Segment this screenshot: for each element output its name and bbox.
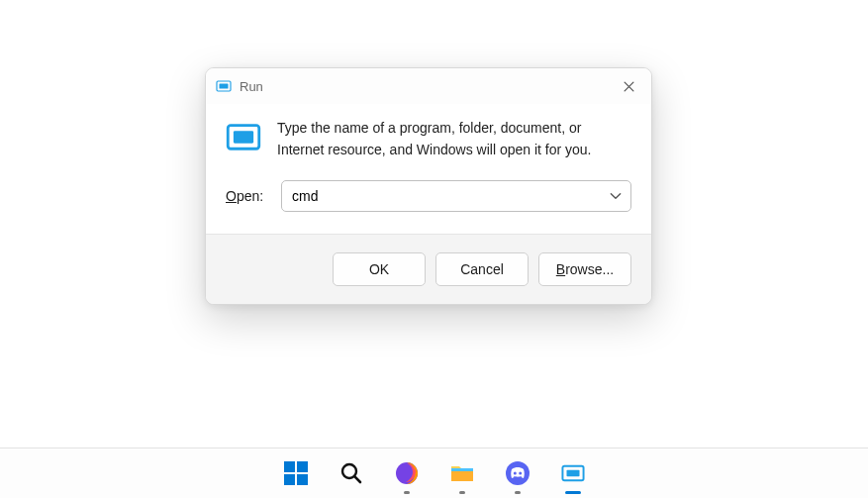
close-button[interactable]: [606, 68, 651, 104]
open-combobox[interactable]: [281, 180, 631, 212]
start-button[interactable]: [275, 452, 317, 494]
description-text: Type the name of a program, folder, docu…: [277, 118, 631, 160]
svg-rect-1: [220, 84, 229, 89]
title-text: Run: [240, 79, 606, 94]
run-icon: [216, 78, 232, 94]
svg-rect-16: [566, 470, 579, 477]
taskbar-run[interactable]: [552, 452, 594, 494]
svg-point-13: [513, 472, 516, 475]
taskbar-file-explorer[interactable]: [441, 452, 483, 494]
cancel-button[interactable]: Cancel: [435, 252, 529, 286]
chevron-down-icon[interactable]: [609, 189, 623, 203]
taskbar: [0, 448, 868, 498]
run-icon: [560, 460, 586, 486]
svg-rect-6: [284, 474, 295, 485]
ok-button[interactable]: OK: [333, 252, 426, 286]
titlebar[interactable]: Run: [206, 68, 651, 104]
taskbar-indicator: [404, 491, 410, 494]
taskbar-discord[interactable]: [497, 452, 538, 494]
open-input[interactable]: [292, 188, 609, 204]
taskbar-indicator: [515, 491, 521, 494]
browse-button[interactable]: Browse...: [538, 252, 631, 286]
windows-icon: [283, 460, 309, 486]
run-icon-large: [226, 120, 261, 155]
firefox-icon: [394, 460, 420, 486]
search-button[interactable]: [331, 452, 372, 494]
svg-rect-7: [297, 474, 308, 485]
search-icon: [339, 461, 363, 485]
svg-rect-3: [234, 131, 253, 143]
folder-icon: [449, 460, 475, 486]
open-label: Open:: [226, 188, 269, 204]
discord-icon: [505, 460, 530, 486]
svg-rect-5: [297, 461, 308, 472]
dialog-body: Type the name of a program, folder, docu…: [206, 104, 651, 234]
taskbar-indicator: [459, 491, 465, 494]
svg-line-9: [354, 476, 360, 482]
dialog-footer: OK Cancel Browse...: [206, 234, 651, 304]
svg-rect-4: [284, 461, 295, 472]
taskbar-indicator: [565, 491, 581, 494]
svg-rect-11: [451, 468, 473, 471]
svg-point-14: [519, 472, 522, 475]
run-dialog: Run Type the name of a program, folder, …: [205, 67, 652, 305]
taskbar-firefox[interactable]: [386, 452, 428, 494]
